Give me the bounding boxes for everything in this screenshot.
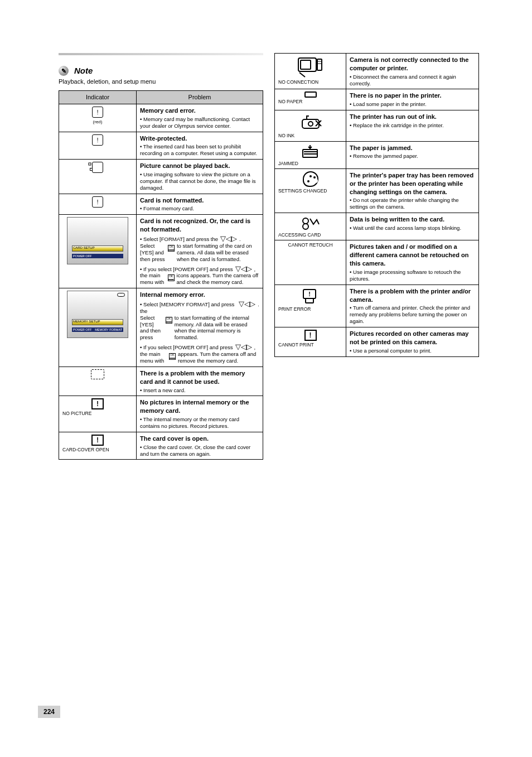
no-ink-icon	[299, 113, 322, 132]
card-unformatted-icon	[92, 196, 103, 208]
note-icon: ✎	[59, 66, 69, 76]
row-desc: • Use a personal computer to print.	[350, 348, 475, 354]
row-desc: • Remove the jammed paper.	[350, 153, 475, 160]
table-row: MEMORY SETUP POWER OFF MEMORY FORMAT Int…	[59, 288, 263, 367]
row-desc: • The internal memory or the memory card…	[140, 416, 259, 430]
row-title: The printer has run out of ink.	[350, 113, 475, 121]
row-desc: • Turn off camera and printer. Check the…	[350, 305, 475, 325]
section-rule	[59, 53, 263, 55]
icon-caption: PRINT ERROR	[278, 307, 342, 312]
cannot-print-icon: !	[304, 330, 317, 341]
icon-caption: SETTINGS CHANGED	[278, 189, 342, 194]
row-desc: • The inserted card has been set to proh…	[140, 143, 259, 157]
icon-caption: CARD-COVER OPEN	[62, 447, 133, 452]
dpad-icon: ▽◁▷	[235, 343, 252, 350]
row-desc: • Load some paper in the printer.	[350, 101, 475, 108]
no-picture-icon: !	[91, 398, 104, 409]
row-title: No pictures in internal memory or the me…	[140, 398, 259, 415]
screen-blue-left: POWER OFF	[73, 254, 91, 258]
table-row: ! CANNOT PRINT Pictures recorded on othe…	[275, 327, 479, 357]
row-title: Picture cannot be played back.	[140, 162, 259, 170]
row-desc: • Memory card may be malfunctioning. Con…	[140, 116, 259, 129]
dpad-icon: ▽◁▷	[239, 300, 255, 307]
icon-caption: NO PICTURE	[62, 411, 133, 416]
card-cover-open-icon: !	[91, 435, 104, 446]
table-row: Write-protected. • The inserted card has…	[59, 132, 263, 160]
icon-caption: JAMMED	[278, 161, 342, 166]
row-title: Memory card error.	[140, 107, 259, 115]
no-connection-icon	[295, 56, 326, 78]
row-title: Pictures taken and / or modified on a di…	[350, 243, 475, 268]
row-desc: • Select [MEMORY FORMAT] and press the▽◁…	[140, 300, 259, 364]
card-error-icon	[92, 107, 103, 118]
svg-rect-2	[317, 59, 322, 70]
table-row: JAMMED The paper is jammed. • Remove the…	[275, 141, 479, 168]
ok-icon	[168, 274, 175, 281]
row-desc: • Wait until the card access lamp stops …	[350, 225, 475, 232]
row-desc: • Disconnect the camera and connect it a…	[350, 74, 475, 87]
table-row: ! PRINT ERROR There is a problem with th…	[275, 285, 479, 327]
row-title: There is a problem with the memory card …	[140, 369, 259, 386]
row-title: Write-protected.	[140, 134, 259, 143]
print-error-icon: !	[301, 287, 320, 305]
accessing-card-icon	[301, 215, 320, 231]
row-title: Camera is not correctly connected to the…	[350, 56, 475, 73]
table-row: ! NO PICTURE No pictures in internal mem…	[59, 396, 263, 432]
row-title: Card is not recognized. Or, the card is …	[140, 217, 259, 234]
table-row: Card is not formatted. • Format memory c…	[59, 194, 263, 215]
row-title: There is a problem with the printer and/…	[350, 287, 475, 304]
ok-icon	[169, 353, 176, 360]
icon-caption: NO INK	[278, 133, 342, 138]
screen-blue-right: MEMORY FORMAT	[95, 328, 122, 331]
row-title: Card is not formatted.	[140, 196, 259, 205]
table-row: Picture cannot be played back. • Use ima…	[59, 160, 263, 194]
ok-icon	[168, 245, 175, 252]
row-title: The card cover is open.	[140, 435, 259, 443]
dpad-icon: ▽◁▷	[235, 265, 252, 272]
jammed-icon	[301, 144, 321, 160]
write-protect-icon	[92, 134, 103, 146]
no-paper-icon	[304, 91, 317, 98]
row-title: Data is being written to the card.	[350, 215, 475, 224]
table-row: ACCESSING CARD Data is being written to …	[275, 213, 479, 240]
col-head-problem: Problem	[137, 91, 263, 104]
row-desc: • Format memory card.	[140, 205, 259, 212]
icon-caption: ACCESSING CARD	[278, 233, 342, 238]
row-title: Internal memory error.	[140, 291, 259, 299]
col-head-indicator: Indicator	[59, 91, 137, 104]
row-desc: • Insert a new card.	[140, 387, 259, 394]
card-setup-screen: CARD SETUP POWER OFF	[67, 217, 128, 264]
table-row: CARD SETUP POWER OFF Card is not recogni…	[59, 215, 263, 288]
note-subtitle: Playback, deletion, and setup menu	[59, 78, 263, 86]
picture-error-icon	[92, 162, 103, 173]
row-desc: • Select [FORMAT] and press the▽◁▷. Sele…	[140, 235, 259, 286]
table-row: ! CARD-COVER OPEN The card cover is open…	[59, 432, 263, 460]
error-table-right: NO CONNECTION Camera is not correctly co…	[274, 53, 479, 357]
row-title: The printer's paper tray has been remove…	[350, 171, 475, 196]
screen-yellow-label: CARD SETUP	[73, 245, 95, 250]
svg-text:!: !	[308, 291, 311, 297]
page-number: 224	[38, 706, 60, 718]
icon-caption: NO PAPER	[278, 99, 342, 104]
svg-point-14	[303, 224, 308, 229]
dpad-icon: ▽◁▷	[220, 235, 237, 242]
svg-rect-1	[301, 60, 311, 69]
svg-point-13	[303, 218, 308, 224]
card-problem-icon	[91, 369, 104, 379]
table-row: CANNOT RETOUCH Pictures taken and / or m…	[275, 240, 479, 285]
row-desc: • Use image processing software to retou…	[350, 269, 475, 282]
table-row: NO CONNECTION Camera is not correctly co…	[275, 54, 479, 89]
table-row: (red) Memory card error. • Memory card m…	[59, 104, 263, 132]
note-heading: ✎ Note	[59, 65, 263, 76]
svg-rect-17	[306, 298, 313, 303]
error-table-left: Indicator Problem (red) Memory card erro…	[59, 90, 263, 460]
table-row: SETTINGS CHANGED The printer's paper tra…	[275, 168, 479, 213]
row-desc: • Do not operate the printer while chang…	[350, 197, 475, 210]
memory-setup-screen: MEMORY SETUP POWER OFF MEMORY FORMAT	[67, 291, 128, 338]
row-desc: • Replace the ink cartridge in the print…	[350, 122, 475, 129]
table-row: There is a problem with the memory card …	[59, 367, 263, 396]
settings-changed-icon	[303, 171, 318, 187]
ok-icon	[166, 317, 172, 324]
icon-caption: NO CONNECTION	[278, 80, 342, 85]
screen-yellow-label: MEMORY SETUP	[73, 319, 100, 324]
